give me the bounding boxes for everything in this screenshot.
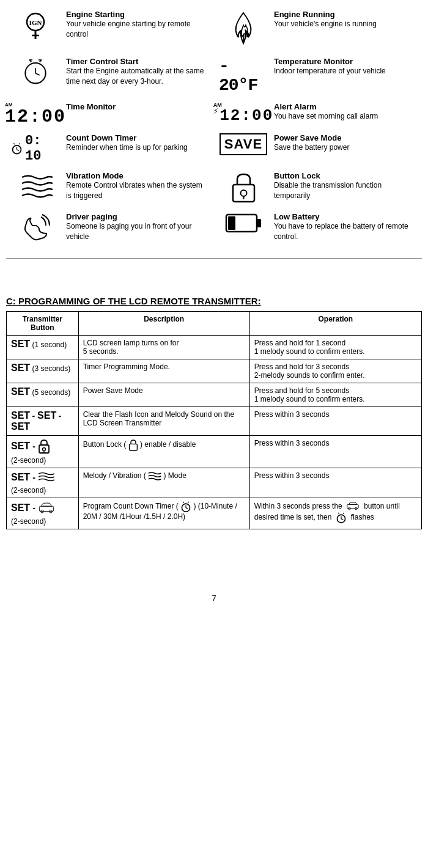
vibration-mode-desc: Vibration Mode Remote Control vibrates w…: [66, 171, 209, 201]
row1-description: LCD screen lamp turns on for5 seconds.: [78, 336, 249, 359]
button-lock-title: Button Lock: [274, 171, 417, 180]
table-row: SET - (2-second) Melody / Vibration (: [7, 468, 422, 498]
row3-button: SET (5 seconds): [7, 383, 79, 407]
svg-line-33: [188, 502, 189, 503]
set-label-4a: SET: [11, 410, 30, 421]
vibration-mode-title: Vibration Mode: [66, 171, 209, 180]
row6-button: SET - (2-second): [7, 468, 79, 498]
alert-alarm-title: Alert Alarm: [274, 102, 417, 111]
svg-line-41: [343, 513, 344, 514]
power-save-desc: Power Save Mode Save the battery power: [274, 133, 417, 153]
row7-description: Program Count Down Timer ( ) (10-Minute …: [78, 498, 249, 529]
row1-time-label: (1 second): [32, 340, 67, 349]
countdown-timer-title: Count Down Timer: [66, 133, 209, 142]
low-battery-title: Low Battery: [274, 212, 417, 221]
row7-button: SET - (2-second): [7, 498, 79, 529]
alert-alarm-desc: Alert Alarm You have set morning call al…: [274, 102, 417, 122]
timer-control-desc: Timer Control Start Start the Engine aut…: [66, 57, 209, 87]
lock-icon-inline: [128, 439, 138, 451]
power-save-icon: SAVE: [219, 133, 268, 155]
time-monitor-title: Time Monitor: [66, 102, 209, 111]
timer-control-icon: [11, 57, 60, 87]
power-save-text: Save the battery power: [274, 142, 417, 153]
dash-6: -: [32, 473, 35, 482]
dash-4b: -: [59, 411, 62, 421]
row1-button: SET (1 second): [7, 336, 79, 359]
svg-text:IGN: IGN: [29, 19, 42, 26]
svg-point-23: [42, 448, 45, 451]
col-header-operation: Operation: [249, 312, 421, 336]
row7-time: (2-second): [11, 517, 46, 526]
set-label-3: SET: [11, 386, 30, 397]
temperature-monitor-text: Indoor temperature of your vehicle: [274, 66, 417, 76]
feature-engine-starting: IGN Engine Starting Your vehicle engine …: [6, 6, 214, 53]
svg-point-17: [240, 190, 246, 196]
row2-button: SET (3 seconds): [7, 359, 79, 383]
row2-operation: Press and hold for 3 seconds2-melody sou…: [249, 359, 421, 383]
col-header-description: Description: [78, 312, 249, 336]
temp-display: - 20°F: [219, 57, 268, 95]
timer-control-text: Start the Engine automatically at the sa…: [66, 66, 209, 87]
svg-rect-21: [228, 216, 235, 230]
table-row: SET (1 second) LCD screen lamp turns on …: [7, 336, 422, 359]
row3-operation: Press and hold for 5 seconds1 melody sou…: [249, 383, 421, 407]
alert-alarm-icon: AM ⚡12:00: [219, 102, 268, 123]
svg-line-39: [341, 519, 343, 520]
row5-time: (2-second): [11, 456, 46, 465]
driver-paging-text: Someone is paging you in front of your v…: [66, 221, 209, 242]
row3-description: Power Save Mode: [78, 383, 249, 407]
feature-time-monitor: AM 12:00 Time Monitor: [6, 98, 214, 130]
svg-line-15: [19, 143, 20, 144]
engine-starting-desc: Engine Starting Your vehicle engine star…: [66, 10, 209, 40]
features-grid: IGN Engine Starting Your vehicle engine …: [6, 6, 422, 249]
table-row: SET (3 seconds) Timer Programming Mode. …: [7, 359, 422, 383]
page-number: 7: [0, 584, 428, 612]
engine-starting-title: Engine Starting: [66, 10, 209, 19]
features-section: IGN Engine Starting Your vehicle engine …: [0, 0, 428, 252]
row5-operation: Press within 3 seconds: [249, 436, 421, 468]
countdown-timer-text: Reminder when time is up for parking: [66, 142, 209, 153]
vibration-mode-icon: [11, 171, 60, 202]
programming-table: Transmitter Button Description Operation…: [6, 311, 422, 529]
set-label-4c: SET: [11, 421, 30, 432]
button-lock-desc: Button Lock Disable the transmission fun…: [274, 171, 417, 201]
save-display: SAVE: [220, 133, 267, 155]
timer-control-title: Timer Control Start: [66, 57, 209, 66]
am-clock-display: AM 12:00: [5, 102, 66, 126]
set-label-4b: SET: [37, 410, 56, 421]
engine-running-desc: Engine Running Your vehicle's engine is …: [274, 10, 417, 29]
row5-description: Button Lock ( ) enable / disable: [78, 436, 249, 468]
dash-4a: -: [32, 411, 37, 421]
engine-starting-icon: IGN: [11, 10, 60, 46]
row6-description: Melody / Vibration ( ) Mode: [78, 468, 249, 498]
feature-temperature-monitor: - 20°F Temperature Monitor Indoor temper…: [214, 53, 422, 98]
dash-5: -: [32, 441, 35, 451]
programming-title: C: PROGRAMMING OF THE LCD REMOTE TRANSMI…: [6, 296, 422, 306]
dash-7: -: [32, 503, 35, 513]
set-label-1: SET: [11, 339, 30, 349]
time-monitor-desc: Time Monitor: [66, 102, 209, 111]
driver-paging-icon: [11, 212, 60, 246]
col-header-button: Transmitter Button: [7, 312, 79, 336]
car-icon-small: [38, 501, 55, 515]
set-label-7: SET: [11, 502, 30, 513]
feature-countdown-timer: 0: 10 Count Down Timer Reminder when tim…: [6, 130, 214, 167]
feature-timer-control: Timer Control Start Start the Engine aut…: [6, 53, 214, 98]
countdown-icon-inline2: [336, 512, 347, 523]
svg-rect-20: [257, 219, 261, 227]
svg-line-6: [35, 73, 40, 75]
vibration-icon-small: [38, 471, 55, 484]
temperature-monitor-icon: - 20°F: [219, 57, 268, 95]
countdown-timer-icon: 0: 10: [11, 133, 60, 164]
engine-running-title: Engine Running: [274, 10, 417, 19]
engine-running-text: Your vehicle's engine is running: [274, 19, 417, 29]
feature-driver-paging: Driver paging Someone is paging you in f…: [6, 208, 214, 249]
feature-power-save: SAVE Power Save Mode Save the battery po…: [214, 130, 422, 167]
bottom-spacer: [0, 535, 428, 584]
low-battery-icon: [219, 212, 268, 234]
table-row: SET - SET - SET Clear the Flash Icon and…: [7, 407, 422, 436]
engine-running-icon: [219, 10, 268, 50]
feature-button-lock: Button Lock Disable the transmission fun…: [214, 167, 422, 208]
alert-alarm-text: You have set morning call alarm: [274, 111, 417, 122]
row6-time: (2-second): [11, 486, 46, 495]
